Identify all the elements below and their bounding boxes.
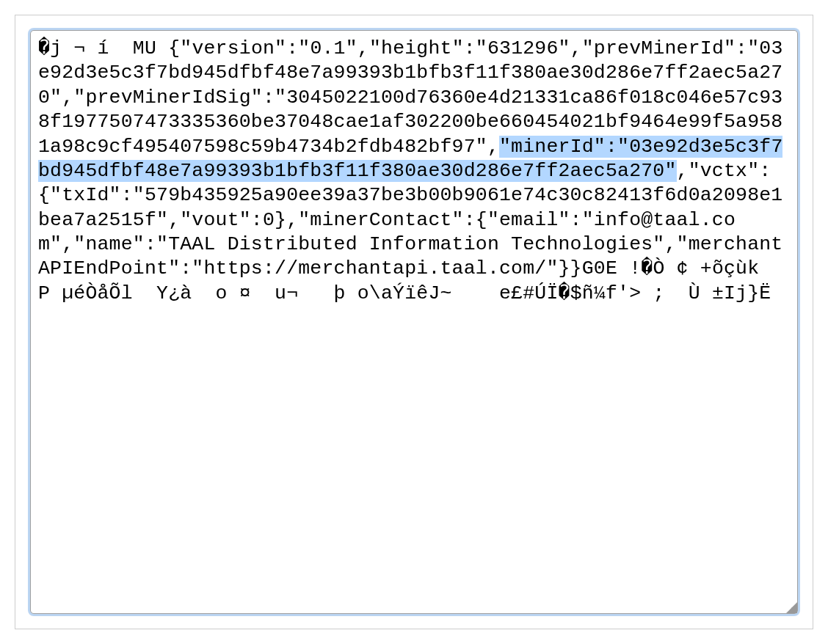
container-frame: �j ¬ í MU {"version":"0.1","height":"631… bbox=[15, 15, 813, 629]
raw-data-textarea[interactable]: �j ¬ í MU {"version":"0.1","height":"631… bbox=[30, 30, 798, 614]
